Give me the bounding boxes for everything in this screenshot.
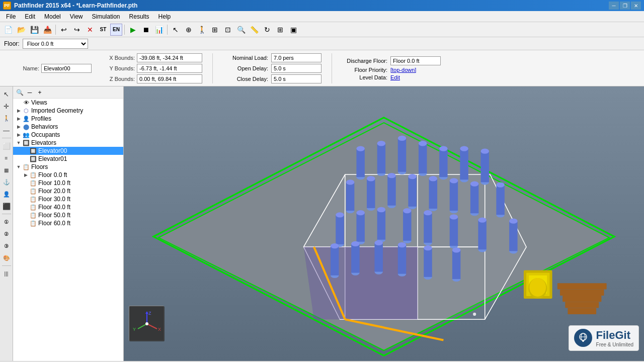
select-tool[interactable]: ↖ (170, 24, 182, 36)
svg-point-104 (529, 278, 546, 297)
lt-ruler-btn[interactable]: ||| (1, 268, 12, 279)
tree-expand-btn[interactable]: + (35, 88, 44, 97)
minimize-button[interactable]: ─ (609, 2, 619, 10)
behaviors-toggle[interactable]: ▶ (15, 123, 22, 130)
discharge-floor-label: Discharge Floor: (342, 58, 387, 64)
new-button[interactable]: 📄 (2, 24, 14, 36)
window-controls[interactable]: ─ ❐ ✕ (609, 2, 641, 10)
tree-item-floor-40[interactable]: 📋 Floor 40.0 ft (13, 203, 123, 211)
lt-person-btn[interactable]: 🚶 (1, 113, 12, 124)
profiles-toggle[interactable]: ▶ (15, 115, 22, 122)
lt-anchor-btn[interactable]: ⚓ (1, 176, 12, 188)
floor-priority-link[interactable]: [top-down] (390, 67, 416, 73)
tree-item-floors[interactable]: ▼ 📋 Floors (13, 163, 123, 171)
lt-num1-btn[interactable]: ① (1, 216, 12, 227)
lt-arrow-btn[interactable]: ↖ (1, 88, 12, 100)
menu-help[interactable]: Help (154, 12, 175, 21)
st-button[interactable]: ST (97, 24, 109, 36)
close-button[interactable]: ✕ (631, 2, 641, 10)
views-label: Views (31, 99, 47, 106)
floor-label: Floor: (4, 40, 20, 47)
lt-measure-btn[interactable]: — (1, 125, 12, 136)
tree-item-floor-20[interactable]: 📋 Floor 20.0 ft (13, 187, 123, 195)
name-label: Name: (4, 65, 39, 71)
display-tool[interactable]: ▣ (287, 24, 299, 36)
tree-item-floor-60[interactable]: 📋 Floor 60.0 ft (13, 219, 123, 227)
elevators-toggle[interactable]: ▼ (15, 139, 22, 146)
measure-tool[interactable]: 📏 (248, 24, 260, 36)
discharge-floor-row: Discharge Floor: Floor 0.0 ft (342, 56, 441, 65)
stop-button[interactable]: ⏹ (140, 24, 152, 36)
lt-sep3 (2, 265, 11, 266)
zoom-extend-tool[interactable]: ⊕ (183, 24, 195, 36)
imported-geometry-toggle[interactable]: ▶ (15, 107, 22, 114)
lt-color-btn[interactable]: 🎨 (1, 252, 12, 263)
chart-button[interactable]: 📊 (153, 24, 165, 36)
lt-square-btn[interactable]: ⬛ (1, 201, 12, 212)
connect-tool[interactable]: ⊞ (209, 24, 221, 36)
lt-rect-btn[interactable]: ⬜ (1, 140, 12, 151)
lt-lines-btn[interactable]: ≡ (1, 152, 12, 163)
floor-dropdown[interactable]: Floor 0.0 ft Floor 10.0 ft Floor 20.0 ft… (23, 39, 88, 49)
lt-hatching-btn[interactable]: ▦ (1, 164, 12, 175)
tree-item-behaviors[interactable]: ▶ ⬤ Behaviors (13, 123, 123, 131)
menu-view[interactable]: View (66, 12, 87, 21)
lt-crosshair-btn[interactable]: ✛ (1, 101, 12, 112)
lt-num2-btn[interactable]: ② (1, 228, 12, 239)
svg-rect-77 (478, 220, 486, 250)
svg-rect-50 (450, 180, 458, 211)
tree-item-floor-50[interactable]: 📋 Floor 50.0 ft (13, 211, 123, 219)
open-button[interactable]: 📂 (15, 24, 27, 36)
tree-item-floor-0[interactable]: ▶ 📋 Floor 0.0 ft (13, 171, 123, 179)
tree-search-btn[interactable]: 🔍 (15, 88, 24, 97)
scene-svg (124, 86, 644, 361)
tree-item-elevator00[interactable]: 🔲 Elevator00 (13, 147, 123, 155)
walk-tool[interactable]: 🚶 (196, 24, 208, 36)
grid-view-tool[interactable]: ⊞ (274, 24, 286, 36)
menu-model[interactable]: Model (40, 12, 65, 21)
menu-simulation[interactable]: Simulation (88, 12, 124, 21)
lt-occupant-btn[interactable]: 👤 (1, 189, 12, 200)
filegit-text-block: FileGit Free & Unlimited (596, 329, 633, 347)
name-value[interactable]: Elevator00 (41, 64, 92, 73)
redo-button[interactable]: ↪ (71, 24, 83, 36)
tree-item-occupants[interactable]: ▶ 👥 Occupants (13, 131, 123, 139)
tree-item-profiles[interactable]: ▶ 👤 Profiles (13, 115, 123, 123)
svg-rect-105 (557, 283, 607, 289)
floor0-toggle[interactable]: ▶ (22, 171, 29, 178)
menu-results[interactable]: Results (125, 12, 153, 21)
import-button[interactable]: 📥 (41, 24, 53, 36)
imported-geometry-icon: ⬡ (22, 107, 30, 114)
svg-rect-32 (481, 151, 489, 183)
save-button[interactable]: 💾 (28, 24, 40, 36)
tree-item-elevator01[interactable]: 🔲 Elevator01 (13, 155, 123, 163)
en-button[interactable]: EN (110, 24, 122, 36)
window-title: Pathfinder 2015 x64 - *Learn-Pathfinder.… (14, 2, 137, 9)
occupants-toggle[interactable]: ▶ (15, 131, 22, 138)
undo-button[interactable]: ↩ (58, 24, 70, 36)
maximize-button[interactable]: ❐ (620, 2, 630, 10)
zbounds-row: Z Bounds: 0.00 ft, 69.84 ft (100, 74, 202, 83)
menu-file[interactable]: File (2, 12, 20, 21)
views-toggle[interactable] (15, 99, 22, 106)
tree-item-floor-30[interactable]: 📋 Floor 30.0 ft (13, 195, 123, 203)
3d-viewport[interactable]: Z X Y (124, 86, 644, 361)
tree-item-floor-10[interactable]: 📋 Floor 10.0 ft (13, 179, 123, 187)
fit-tool[interactable]: ⊡ (222, 24, 234, 36)
profiles-icon: 👤 (22, 115, 30, 122)
lt-num3-btn[interactable]: ③ (1, 240, 12, 251)
delete-button[interactable]: ✕ (84, 24, 96, 36)
menu-edit[interactable]: Edit (21, 12, 39, 21)
svg-rect-38 (367, 178, 375, 208)
open-delay-label: Open Delay: (223, 65, 268, 71)
run-button[interactable]: ▶ (127, 24, 139, 36)
svg-point-75 (450, 214, 458, 219)
level-data-link[interactable]: Edit (390, 74, 400, 80)
zoom-in-tool[interactable]: 🔍 (235, 24, 247, 36)
tree-collapse-btn[interactable]: ─ (25, 88, 34, 97)
floors-toggle[interactable]: ▼ (15, 163, 22, 170)
tree-item-views[interactable]: 👁 Views (13, 99, 123, 107)
tree-item-elevators[interactable]: ▼ 🔲 Elevators (13, 139, 123, 147)
orbit-tool[interactable]: ↻ (261, 24, 273, 36)
tree-item-imported-geometry[interactable]: ▶ ⬡ Imported Geometry (13, 107, 123, 115)
